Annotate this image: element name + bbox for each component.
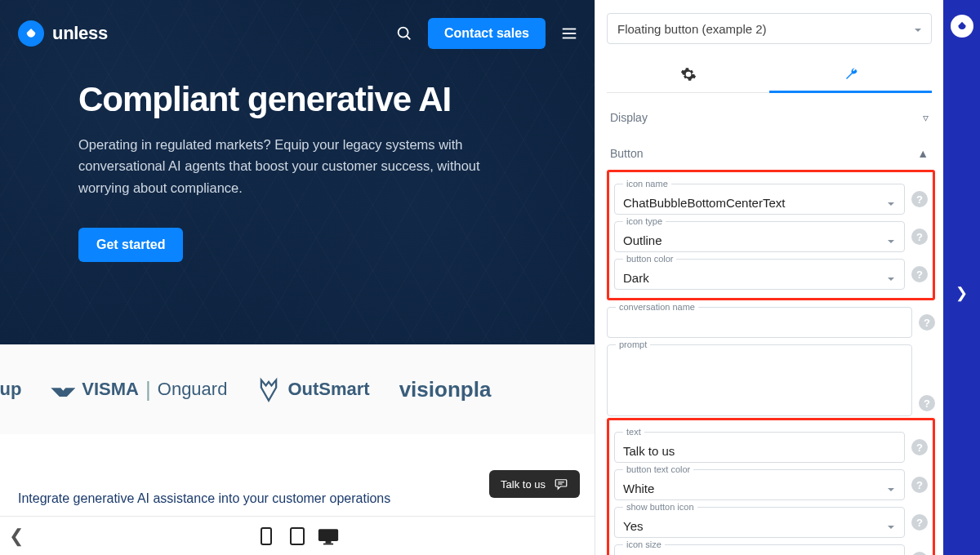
tab-design[interactable] <box>769 56 932 93</box>
chevron-down-icon <box>913 24 923 38</box>
section-title: Display <box>610 111 648 124</box>
brand-name: unless <box>52 23 108 44</box>
editor-pane: Floating button (example 2) Display ▿ Bu… <box>595 0 943 555</box>
hero-title: Compliant generative AI <box>78 80 570 119</box>
integrate-heading: Integrate generative AI assistance into … <box>18 491 390 506</box>
hero-section: unless Contact sales Compliant generativ… <box>0 0 595 344</box>
logo-label: VISMA <box>82 379 139 400</box>
device-desktop-icon[interactable] <box>318 526 339 547</box>
logo-item: oup <box>0 379 21 400</box>
svg-line-1 <box>407 36 410 39</box>
field-label: button text color <box>623 464 693 474</box>
field-value: Outline <box>623 233 662 247</box>
brand-logo-icon <box>18 20 44 47</box>
tab-settings[interactable] <box>607 56 769 93</box>
icon-type-field[interactable]: icon type Outline <box>614 221 905 252</box>
show-button-icon-field[interactable]: show button icon Yes <box>614 507 905 538</box>
field-value: Dark <box>623 271 649 285</box>
help-icon[interactable]: ? <box>911 439 928 455</box>
gear-icon <box>680 66 697 82</box>
section-display[interactable]: Display ▿ <box>607 98 935 134</box>
chevron-down-icon: ▿ <box>923 111 929 124</box>
device-phone-icon[interactable] <box>256 526 277 547</box>
field-value: ChatBubbleBottomCenterText <box>623 196 785 210</box>
hamburger-menu-icon[interactable] <box>560 24 578 42</box>
icon-name-field[interactable]: icon name ChatBubbleBottomCenterText <box>614 184 905 215</box>
field-label: prompt <box>616 340 650 349</box>
contact-sales-button[interactable]: Contact sales <box>428 18 546 49</box>
field-label: button color <box>623 254 676 264</box>
editor-sections: Display ▿ Button ▲ icon name ChatBubbleB… <box>595 93 943 555</box>
svg-rect-9 <box>318 529 338 541</box>
field-value: Yes <box>623 519 643 533</box>
field-label: icon type <box>623 216 666 226</box>
preview-pane: unless Contact sales Compliant generativ… <box>0 0 595 555</box>
logos-strip: oup VISMA | Onguard OutSmart visionpla <box>0 344 595 434</box>
logo-item: OutSmart <box>256 376 369 402</box>
back-chevron-icon[interactable]: ❮ <box>0 526 33 547</box>
chevron-down-icon <box>886 273 896 287</box>
outsmart-icon <box>256 376 281 402</box>
chevron-down-icon <box>886 521 896 535</box>
help-icon[interactable]: ? <box>911 191 928 207</box>
chat-bubble-icon <box>554 477 568 491</box>
logo-label: Onguard <box>158 379 228 400</box>
section-title: Button <box>610 147 643 160</box>
field-value: White <box>623 482 654 495</box>
rail-logo-icon[interactable] <box>951 15 973 38</box>
highlight-group-2: text Talk to us ? button text color Whit… <box>607 418 935 555</box>
chevron-down-icon <box>886 483 896 498</box>
hero-content: Compliant generative AI Operating in reg… <box>0 57 595 262</box>
chevron-up-icon: ▲ <box>917 147 929 160</box>
section-button[interactable]: Button ▲ <box>607 134 935 170</box>
get-started-button[interactable]: Get started <box>78 228 183 262</box>
brand-logo[interactable]: unless <box>18 20 108 47</box>
svg-rect-10 <box>326 541 332 544</box>
chevron-down-icon <box>886 235 896 250</box>
talk-button-label: Talk to us <box>501 478 546 491</box>
text-field[interactable]: text Talk to us <box>614 432 905 463</box>
button-text-color-field[interactable]: button text color White <box>614 469 905 500</box>
visma-icon <box>51 382 75 397</box>
field-label: conversation name <box>616 302 698 312</box>
separator: | <box>145 377 151 402</box>
device-tablet-icon[interactable] <box>287 526 308 547</box>
example-selector[interactable]: Floating button (example 2) <box>607 13 932 44</box>
svg-rect-11 <box>323 543 333 544</box>
field-label: text <box>623 427 644 437</box>
preview-topbar: unless Contact sales <box>0 0 595 57</box>
help-icon[interactable]: ? <box>911 514 928 531</box>
field-value: Talk to us <box>623 444 675 458</box>
chevron-down-icon <box>886 198 896 212</box>
right-rail: ❯ <box>943 0 980 555</box>
svg-rect-8 <box>291 528 304 544</box>
conversation-name-field[interactable]: conversation name <box>607 307 912 338</box>
svg-point-0 <box>399 28 408 38</box>
floating-talk-button[interactable]: Talk to us <box>489 470 580 498</box>
svg-rect-7 <box>261 528 271 544</box>
logo-label: visionpla <box>399 377 492 402</box>
field-label: icon name <box>623 179 671 189</box>
prompt-field[interactable]: prompt <box>607 344 912 416</box>
help-icon[interactable]: ? <box>911 229 928 245</box>
help-icon[interactable]: ? <box>919 395 935 411</box>
highlight-group-1: icon name ChatBubbleBottomCenterText ? i… <box>607 170 935 300</box>
preview-below-fold: Integrate generative AI assistance into … <box>0 434 595 555</box>
button-color-field[interactable]: button color Dark <box>614 259 905 290</box>
wrench-icon <box>843 66 859 82</box>
device-switcher <box>256 526 339 547</box>
search-icon[interactable] <box>395 24 413 42</box>
logo-item: visionpla <box>399 377 492 402</box>
field-label: show button icon <box>623 502 697 512</box>
help-icon[interactable]: ? <box>919 314 935 331</box>
icon-size-field[interactable]: icon size Md <box>614 544 905 555</box>
hero-subtitle: Operating in regulated markets? Equip yo… <box>78 134 503 198</box>
logo-item: VISMA | Onguard <box>51 377 227 402</box>
help-icon[interactable]: ? <box>911 552 928 555</box>
help-icon[interactable]: ? <box>911 477 928 493</box>
logo-label: OutSmart <box>287 379 369 400</box>
field-label: icon size <box>623 539 665 549</box>
rail-expand-icon[interactable]: ❯ <box>956 284 968 302</box>
help-icon[interactable]: ? <box>911 266 928 282</box>
preview-footer-bar: ❮ <box>0 516 595 555</box>
